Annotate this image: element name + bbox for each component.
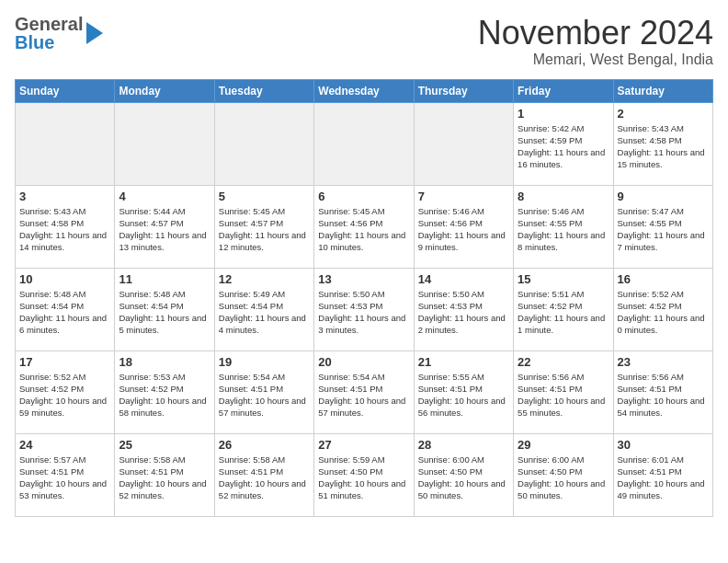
day-number: 20	[318, 355, 409, 369]
day-info: Sunrise: 5:48 AM Sunset: 4:54 PM Dayligh…	[19, 288, 110, 337]
day-number: 10	[19, 272, 110, 286]
calendar-day-cell: 9Sunrise: 5:47 AM Sunset: 4:55 PM Daylig…	[613, 185, 712, 268]
day-number: 26	[219, 438, 310, 452]
calendar-day-cell	[16, 102, 115, 185]
day-info: Sunrise: 5:45 AM Sunset: 4:57 PM Dayligh…	[219, 205, 310, 254]
logo-line2: Blue	[15, 33, 83, 52]
day-info: Sunrise: 6:00 AM Sunset: 4:50 PM Dayligh…	[518, 454, 609, 502]
day-number: 11	[119, 272, 210, 286]
day-number: 18	[119, 355, 210, 369]
calendar-day-cell	[115, 102, 214, 185]
calendar-day-cell: 26Sunrise: 5:58 AM Sunset: 4:51 PM Dayli…	[214, 433, 313, 516]
day-number: 1	[518, 107, 609, 121]
day-number: 4	[119, 190, 210, 203]
calendar-day-cell: 27Sunrise: 5:59 AM Sunset: 4:50 PM Dayli…	[314, 433, 414, 516]
day-number: 15	[518, 272, 609, 286]
calendar-day-cell: 25Sunrise: 5:58 AM Sunset: 4:51 PM Dayli…	[115, 433, 214, 516]
day-number: 6	[318, 190, 409, 203]
day-number: 23	[618, 355, 709, 369]
calendar-day-cell: 14Sunrise: 5:50 AM Sunset: 4:53 PM Dayli…	[414, 268, 513, 350]
logo: General Blue	[15, 15, 103, 52]
day-info: Sunrise: 5:57 AM Sunset: 4:51 PM Dayligh…	[19, 454, 110, 502]
calendar-day-cell: 1Sunrise: 5:42 AM Sunset: 4:59 PM Daylig…	[514, 102, 613, 185]
day-info: Sunrise: 5:44 AM Sunset: 4:57 PM Dayligh…	[119, 205, 210, 254]
calendar-day-cell: 12Sunrise: 5:49 AM Sunset: 4:54 PM Dayli…	[214, 268, 313, 350]
calendar-day-cell	[414, 102, 513, 185]
weekday-header: Sunday	[16, 79, 115, 102]
day-info: Sunrise: 5:50 AM Sunset: 4:53 PM Dayligh…	[318, 288, 409, 337]
day-number: 3	[19, 190, 110, 203]
day-number: 13	[318, 272, 409, 286]
day-number: 28	[418, 438, 509, 452]
calendar-day-cell: 16Sunrise: 5:52 AM Sunset: 4:52 PM Dayli…	[613, 268, 712, 350]
calendar-day-cell: 29Sunrise: 6:00 AM Sunset: 4:50 PM Dayli…	[514, 433, 613, 516]
logo-line1: General	[15, 15, 83, 33]
day-info: Sunrise: 5:46 AM Sunset: 4:55 PM Dayligh…	[518, 205, 609, 254]
day-number: 27	[318, 438, 409, 452]
day-info: Sunrise: 5:58 AM Sunset: 4:51 PM Dayligh…	[119, 454, 210, 502]
calendar-day-cell: 28Sunrise: 6:00 AM Sunset: 4:50 PM Dayli…	[414, 433, 513, 516]
day-number: 8	[518, 190, 609, 203]
calendar-day-cell	[314, 102, 414, 185]
day-number: 24	[19, 438, 110, 452]
day-number: 5	[219, 190, 310, 203]
day-number: 7	[418, 190, 509, 203]
day-number: 9	[618, 190, 709, 203]
calendar-day-cell: 23Sunrise: 5:56 AM Sunset: 4:51 PM Dayli…	[613, 350, 712, 433]
day-number: 2	[618, 107, 709, 121]
calendar-week-row: 3Sunrise: 5:43 AM Sunset: 4:58 PM Daylig…	[16, 185, 713, 268]
weekday-header-row: SundayMondayTuesdayWednesdayThursdayFrid…	[16, 79, 713, 102]
calendar-day-cell: 30Sunrise: 6:01 AM Sunset: 4:51 PM Dayli…	[613, 433, 712, 516]
day-info: Sunrise: 5:42 AM Sunset: 4:59 PM Dayligh…	[518, 122, 609, 171]
day-number: 25	[119, 438, 210, 452]
day-number: 14	[418, 272, 509, 286]
day-info: Sunrise: 5:54 AM Sunset: 4:51 PM Dayligh…	[318, 371, 409, 419]
calendar-day-cell: 3Sunrise: 5:43 AM Sunset: 4:58 PM Daylig…	[16, 185, 115, 268]
day-info: Sunrise: 5:43 AM Sunset: 4:58 PM Dayligh…	[618, 122, 709, 171]
day-info: Sunrise: 5:49 AM Sunset: 4:54 PM Dayligh…	[219, 288, 310, 337]
calendar-day-cell: 15Sunrise: 5:51 AM Sunset: 4:52 PM Dayli…	[514, 268, 613, 350]
day-info: Sunrise: 5:55 AM Sunset: 4:51 PM Dayligh…	[418, 371, 509, 419]
day-info: Sunrise: 5:52 AM Sunset: 4:52 PM Dayligh…	[19, 371, 110, 419]
calendar-day-cell: 5Sunrise: 5:45 AM Sunset: 4:57 PM Daylig…	[214, 185, 313, 268]
calendar-day-cell: 11Sunrise: 5:48 AM Sunset: 4:54 PM Dayli…	[115, 268, 214, 350]
calendar-day-cell: 4Sunrise: 5:44 AM Sunset: 4:57 PM Daylig…	[115, 185, 214, 268]
calendar-week-row: 17Sunrise: 5:52 AM Sunset: 4:52 PM Dayli…	[16, 350, 713, 433]
day-info: Sunrise: 5:59 AM Sunset: 4:50 PM Dayligh…	[318, 454, 409, 502]
calendar-table: SundayMondayTuesdayWednesdayThursdayFrid…	[15, 79, 713, 517]
calendar-day-cell: 22Sunrise: 5:56 AM Sunset: 4:51 PM Dayli…	[514, 350, 613, 433]
day-number: 30	[618, 438, 709, 452]
day-info: Sunrise: 6:00 AM Sunset: 4:50 PM Dayligh…	[418, 454, 509, 502]
day-number: 12	[219, 272, 310, 286]
calendar-day-cell: 2Sunrise: 5:43 AM Sunset: 4:58 PM Daylig…	[613, 102, 712, 185]
day-info: Sunrise: 5:52 AM Sunset: 4:52 PM Dayligh…	[618, 288, 709, 337]
day-info: Sunrise: 5:51 AM Sunset: 4:52 PM Dayligh…	[518, 288, 609, 337]
calendar-day-cell: 19Sunrise: 5:54 AM Sunset: 4:51 PM Dayli…	[214, 350, 313, 433]
day-info: Sunrise: 5:48 AM Sunset: 4:54 PM Dayligh…	[119, 288, 210, 337]
calendar-day-cell	[214, 102, 313, 185]
day-info: Sunrise: 5:43 AM Sunset: 4:58 PM Dayligh…	[19, 205, 110, 254]
calendar-week-row: 10Sunrise: 5:48 AM Sunset: 4:54 PM Dayli…	[16, 268, 713, 350]
day-number: 22	[518, 355, 609, 369]
calendar-day-cell: 20Sunrise: 5:54 AM Sunset: 4:51 PM Dayli…	[314, 350, 414, 433]
weekday-header: Thursday	[414, 79, 513, 102]
calendar-day-cell: 21Sunrise: 5:55 AM Sunset: 4:51 PM Dayli…	[414, 350, 513, 433]
calendar-day-cell: 10Sunrise: 5:48 AM Sunset: 4:54 PM Dayli…	[16, 268, 115, 350]
weekday-header: Tuesday	[214, 79, 313, 102]
day-info: Sunrise: 5:47 AM Sunset: 4:55 PM Dayligh…	[618, 205, 709, 254]
calendar-day-cell: 17Sunrise: 5:52 AM Sunset: 4:52 PM Dayli…	[16, 350, 115, 433]
day-info: Sunrise: 5:54 AM Sunset: 4:51 PM Dayligh…	[219, 371, 310, 419]
day-number: 19	[219, 355, 310, 369]
day-info: Sunrise: 5:58 AM Sunset: 4:51 PM Dayligh…	[219, 454, 310, 502]
location: Memari, West Bengal, India	[478, 52, 713, 68]
day-info: Sunrise: 5:56 AM Sunset: 4:51 PM Dayligh…	[518, 371, 609, 419]
day-number: 16	[618, 272, 709, 286]
day-info: Sunrise: 5:56 AM Sunset: 4:51 PM Dayligh…	[618, 371, 709, 419]
calendar-day-cell: 7Sunrise: 5:46 AM Sunset: 4:56 PM Daylig…	[414, 185, 513, 268]
logo-arrow-icon	[86, 22, 103, 44]
calendar-day-cell: 18Sunrise: 5:53 AM Sunset: 4:52 PM Dayli…	[115, 350, 214, 433]
day-number: 21	[418, 355, 509, 369]
day-number: 17	[19, 355, 110, 369]
day-info: Sunrise: 5:46 AM Sunset: 4:56 PM Dayligh…	[418, 205, 509, 254]
calendar-week-row: 1Sunrise: 5:42 AM Sunset: 4:59 PM Daylig…	[16, 102, 713, 185]
